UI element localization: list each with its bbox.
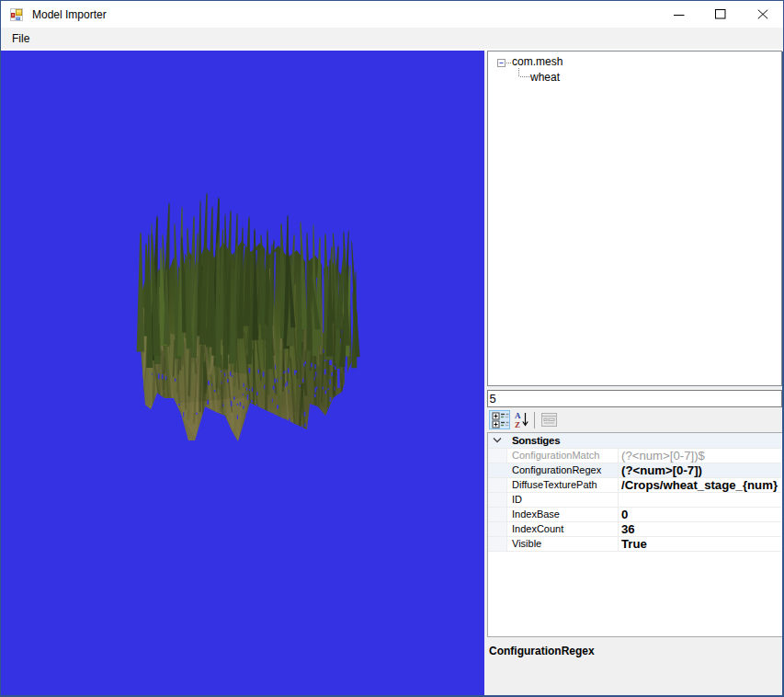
svg-text:Z: Z [515,420,520,429]
svg-text:A: A [515,411,521,420]
